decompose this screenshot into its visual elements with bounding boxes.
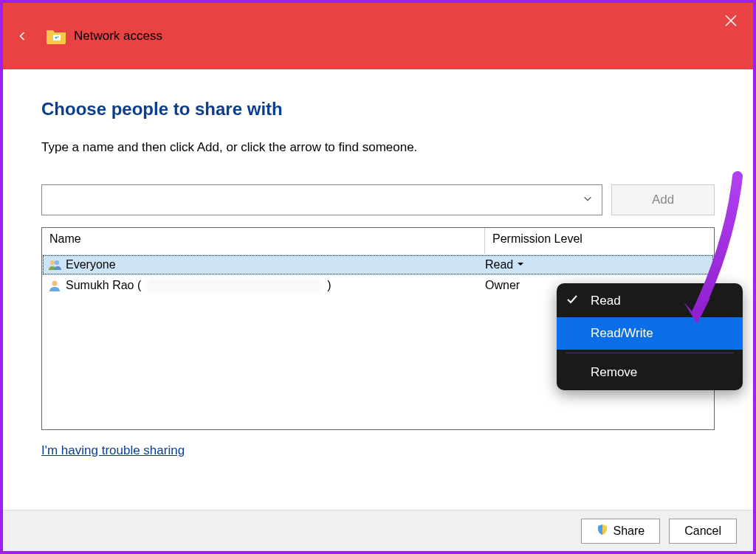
check-icon <box>566 293 579 310</box>
svg-point-2 <box>58 36 59 38</box>
add-button-label: Add <box>652 193 674 207</box>
menu-item-read[interactable]: Read <box>557 285 743 317</box>
menu-item-read-write[interactable]: Read/Write <box>557 317 743 350</box>
folder-icon <box>46 28 66 44</box>
group-icon <box>48 259 61 271</box>
cancel-button[interactable]: Cancel <box>669 519 737 544</box>
svg-point-1 <box>55 37 58 39</box>
permission-cell[interactable]: Read <box>485 258 708 271</box>
permission-label: Read <box>485 258 513 271</box>
add-button: Add <box>611 184 715 215</box>
chevron-down-icon[interactable] <box>583 193 593 207</box>
window-title: Network access <box>74 29 162 44</box>
share-button[interactable]: Share <box>581 519 660 544</box>
trouble-sharing-link[interactable]: I'm having trouble sharing <box>41 443 185 457</box>
content-area: Choose people to share with Type a name … <box>3 69 753 458</box>
menu-item-label: Read/Write <box>591 326 653 341</box>
titlebar: Network access <box>3 3 753 69</box>
table-row[interactable]: Everyone Read <box>42 255 714 275</box>
cancel-button-label: Cancel <box>684 524 721 538</box>
name-input[interactable] <box>41 184 602 215</box>
menu-separator <box>566 353 734 353</box>
redacted-text <box>145 280 323 291</box>
footer: Share Cancel <box>3 510 753 551</box>
user-name-suffix: ) <box>327 279 331 292</box>
permission-label: Owner <box>485 279 520 292</box>
page-heading: Choose people to share with <box>41 99 715 120</box>
menu-item-remove[interactable]: Remove <box>557 356 743 389</box>
svg-point-5 <box>52 281 58 286</box>
column-header-name[interactable]: Name <box>42 228 485 254</box>
svg-point-3 <box>50 260 55 265</box>
svg-point-4 <box>55 260 59 265</box>
permission-context-menu: Read Read/Write Remove <box>557 283 743 390</box>
column-header-permission[interactable]: Permission Level <box>485 228 714 254</box>
close-button[interactable] <box>722 12 740 30</box>
shield-icon <box>597 524 608 539</box>
back-button[interactable] <box>13 27 31 45</box>
user-name: Sumukh Rao ( <box>66 279 141 292</box>
user-icon <box>48 280 61 291</box>
instruction-text: Type a name and then click Add, or click… <box>41 140 715 155</box>
share-button-label: Share <box>613 524 645 538</box>
menu-item-label: Read <box>591 294 621 308</box>
menu-item-label: Remove <box>591 365 637 380</box>
dropdown-arrow-icon <box>516 258 525 271</box>
user-name: Everyone <box>66 258 116 271</box>
